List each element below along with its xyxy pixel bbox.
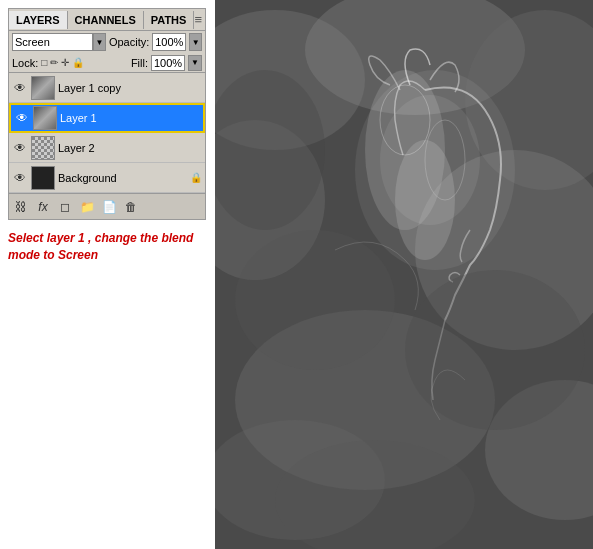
blend-mode-select[interactable]: Screen Normal Multiply Overlay	[12, 33, 93, 51]
fill-arrow[interactable]: ▼	[188, 55, 202, 71]
layer-item-layer1[interactable]: 👁 Layer 1	[9, 103, 205, 133]
link-layers-button[interactable]: ⛓	[12, 198, 30, 216]
blend-mode-row: Screen Normal Multiply Overlay ▼ Opacity…	[9, 31, 205, 53]
smoke-svg	[215, 0, 593, 549]
lock-label: Lock:	[12, 57, 38, 69]
fx-button[interactable]: fx	[34, 198, 52, 216]
lock-paint-icon[interactable]: ✏	[50, 57, 58, 68]
layer-item-layer2[interactable]: 👁 Layer 2	[9, 133, 205, 163]
layer-list: 👁 Layer 1 copy 👁 Layer 1 👁 L	[9, 73, 205, 193]
instruction-text: Select layer 1 , change the blend mode t…	[8, 230, 203, 264]
thumbnail-background	[31, 166, 55, 190]
new-group-button[interactable]: 📁	[78, 198, 96, 216]
lock-row: Lock: □ ✏ ✛ 🔒 Fill: ▼	[9, 53, 205, 73]
tab-channels[interactable]: CHANNELS	[68, 11, 144, 29]
add-mask-button[interactable]: ◻	[56, 198, 74, 216]
svg-point-15	[380, 95, 480, 225]
blend-dropdown-arrow[interactable]: ▼	[93, 33, 106, 51]
background-lock-icon: 🔒	[190, 172, 202, 183]
svg-point-17	[405, 270, 585, 430]
layer-item-background[interactable]: 👁 Background 🔒	[9, 163, 205, 193]
svg-point-16	[235, 230, 395, 370]
opacity-arrow[interactable]: ▼	[189, 33, 202, 51]
layer-name-layer1: Layer 1	[60, 112, 200, 124]
eye-icon-layer1[interactable]: 👁	[14, 110, 30, 126]
eye-icon-background[interactable]: 👁	[12, 170, 28, 186]
opacity-input[interactable]	[152, 33, 186, 51]
lock-all-icon[interactable]: 🔒	[72, 57, 84, 68]
tab-paths[interactable]: PATHS	[144, 11, 195, 29]
smoke-image-panel	[215, 0, 593, 549]
tab-layers[interactable]: LAYERS	[9, 11, 68, 29]
panel-options-icon[interactable]: ≡	[194, 12, 206, 27]
new-layer-button[interactable]: 📄	[100, 198, 118, 216]
thumbnail-layer2	[31, 136, 55, 160]
panel-toolbar: ⛓ fx ◻ 📁 📄 🗑	[9, 193, 205, 219]
layer-item-layer1copy[interactable]: 👁 Layer 1 copy	[9, 73, 205, 103]
lock-move-icon[interactable]: ✛	[61, 57, 69, 68]
fill-label: Fill:	[131, 57, 148, 69]
eye-icon-layer2[interactable]: 👁	[12, 140, 28, 156]
thumbnail-layer1copy	[31, 76, 55, 100]
layer-name-background: Background	[58, 172, 187, 184]
eye-icon-layer1copy[interactable]: 👁	[12, 80, 28, 96]
delete-layer-button[interactable]: 🗑	[122, 198, 140, 216]
thumbnail-layer1	[33, 106, 57, 130]
opacity-label: Opacity:	[109, 36, 149, 48]
panel-tabs: LAYERS CHANNELS PATHS ≡	[9, 9, 205, 31]
left-panel: LAYERS CHANNELS PATHS ≡ Screen Normal Mu…	[0, 0, 215, 549]
layer-name-layer1copy: Layer 1 copy	[58, 82, 202, 94]
lock-transparency-icon[interactable]: □	[41, 57, 47, 68]
layers-panel: LAYERS CHANNELS PATHS ≡ Screen Normal Mu…	[8, 8, 206, 220]
fill-input[interactable]	[151, 55, 185, 71]
layer-name-layer2: Layer 2	[58, 142, 202, 154]
